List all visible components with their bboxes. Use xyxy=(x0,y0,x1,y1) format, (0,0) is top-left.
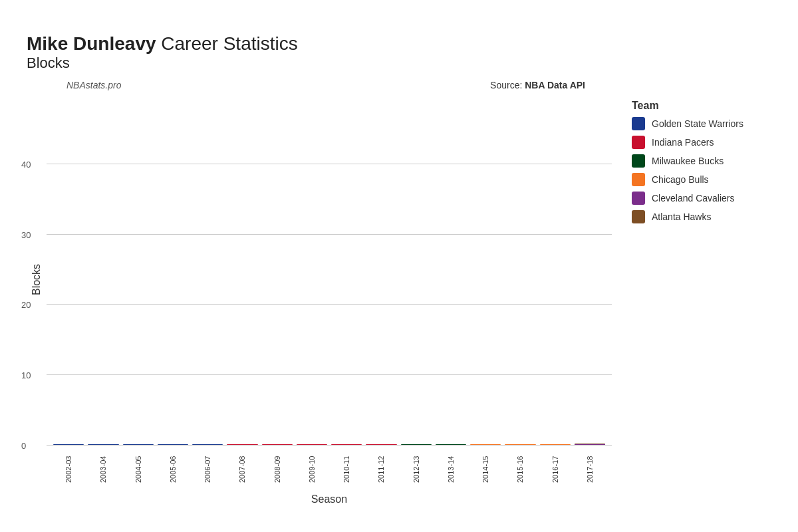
legend-label: Golden State Warriors xyxy=(652,118,743,129)
x-axis-label: 2002-03 xyxy=(53,448,84,491)
grid-label: 40 xyxy=(21,159,31,169)
legend-label: Milwaukee Bucks xyxy=(652,156,724,166)
bar-group xyxy=(88,444,118,445)
bar-group xyxy=(297,444,327,445)
bar-group xyxy=(192,444,223,445)
legend-color-box xyxy=(632,117,645,130)
bar xyxy=(227,444,257,445)
bar-group xyxy=(262,444,293,445)
legend-item: Chicago Bulls xyxy=(632,173,771,186)
bar xyxy=(88,444,118,445)
bar xyxy=(470,444,501,445)
grid-line: 0 xyxy=(47,445,612,446)
bar xyxy=(158,444,188,445)
bar-group xyxy=(366,444,396,445)
legend-color-box xyxy=(632,154,645,168)
legend-label: Atlanta Hawks xyxy=(652,211,711,222)
legend-item: Atlanta Hawks xyxy=(632,210,771,223)
x-axis-label: 2016-17 xyxy=(540,448,571,491)
x-axis-label: 2006-07 xyxy=(192,448,223,491)
bar-group xyxy=(540,444,571,445)
legend-color-box xyxy=(632,210,645,223)
x-axis-label: 2015-16 xyxy=(505,448,535,491)
legend-item: Indiana Pacers xyxy=(632,136,771,149)
legend-color-box xyxy=(632,136,645,149)
bar-group xyxy=(401,444,432,445)
plot-area: 010203040 2002-032003-042004-052005-0620… xyxy=(47,93,612,505)
x-axis: 2002-032003-042004-052005-062006-072007-… xyxy=(47,448,612,491)
title-rest: Career Statistics xyxy=(156,33,298,54)
legend: Team Golden State WarriorsIndiana Pacers… xyxy=(612,93,771,505)
subtitle: Blocks xyxy=(27,55,771,72)
x-axis-label: 2010-11 xyxy=(331,448,362,491)
grid-label: 0 xyxy=(21,441,26,451)
bar-group xyxy=(470,444,501,445)
bar xyxy=(331,444,362,445)
x-axis-label: 2008-09 xyxy=(262,448,293,491)
grid-label: 10 xyxy=(21,370,31,380)
legend-color-box xyxy=(632,192,645,205)
bar xyxy=(192,444,223,445)
legend-color-box xyxy=(632,173,645,186)
bar xyxy=(366,444,396,445)
title-section: Mike Dunleavy Career Statistics Blocks xyxy=(27,33,771,72)
x-axis-label: 2011-12 xyxy=(366,448,396,491)
chart-body: Blocks 010203040 2002-032003-042004-0520… xyxy=(27,93,771,505)
source-row: NBAstats.pro Source: NBA Data API xyxy=(66,80,585,90)
x-axis-label: 2017-18 xyxy=(575,448,605,491)
bar xyxy=(436,444,466,445)
main-title: Mike Dunleavy Career Statistics xyxy=(27,33,771,55)
plot-and-legend: 010203040 2002-032003-042004-052005-0620… xyxy=(47,93,771,505)
x-axis-label: 2013-14 xyxy=(436,448,466,491)
bar-group xyxy=(158,444,188,445)
x-axis-label: 2003-04 xyxy=(88,448,118,491)
grid-and-bars: 010203040 xyxy=(47,93,612,445)
source-bold: NBA Data API xyxy=(525,80,585,90)
legend-title: Team xyxy=(632,100,771,112)
title-bold: Mike Dunleavy xyxy=(27,33,156,54)
grid-label: 30 xyxy=(21,229,31,239)
bar-group xyxy=(575,444,605,445)
x-axis-label: 2005-06 xyxy=(158,448,188,491)
chart-container: Mike Dunleavy Career Statistics Blocks N… xyxy=(13,13,785,519)
legend-label: Indiana Pacers xyxy=(652,137,714,148)
x-axis-label: 2012-13 xyxy=(401,448,432,491)
bar-group xyxy=(505,444,535,445)
bar-group xyxy=(53,444,84,445)
source-text: Source: NBA Data API xyxy=(490,80,585,90)
legend-label: Chicago Bulls xyxy=(652,174,709,185)
bars-container xyxy=(47,93,612,445)
bar-group xyxy=(123,444,154,445)
bar-group xyxy=(227,444,257,445)
plot-area-wrapper: 010203040 2002-032003-042004-052005-0620… xyxy=(47,93,771,505)
bar xyxy=(53,444,84,445)
bar xyxy=(575,444,605,445)
grid-label: 20 xyxy=(21,300,31,310)
legend-item: Cleveland Cavaliers xyxy=(632,192,771,205)
legend-label: Cleveland Cavaliers xyxy=(652,193,735,203)
bar-group xyxy=(436,444,466,445)
source-prefix: Source: xyxy=(490,80,525,90)
bar xyxy=(401,444,432,445)
watermark: NBAstats.pro xyxy=(66,80,121,90)
bar xyxy=(123,444,154,445)
y-axis-label: Blocks xyxy=(27,93,47,466)
bar xyxy=(540,444,571,445)
legend-item: Golden State Warriors xyxy=(632,117,771,130)
bar-group xyxy=(331,444,362,445)
x-axis-label: 2007-08 xyxy=(227,448,257,491)
bar xyxy=(297,444,327,445)
x-axis-title: Season xyxy=(47,493,612,505)
x-axis-label: 2009-10 xyxy=(297,448,327,491)
legend-item: Milwaukee Bucks xyxy=(632,154,771,168)
x-axis-label: 2004-05 xyxy=(123,448,154,491)
bar xyxy=(505,444,535,445)
x-axis-label: 2014-15 xyxy=(470,448,501,491)
bar xyxy=(262,444,293,445)
